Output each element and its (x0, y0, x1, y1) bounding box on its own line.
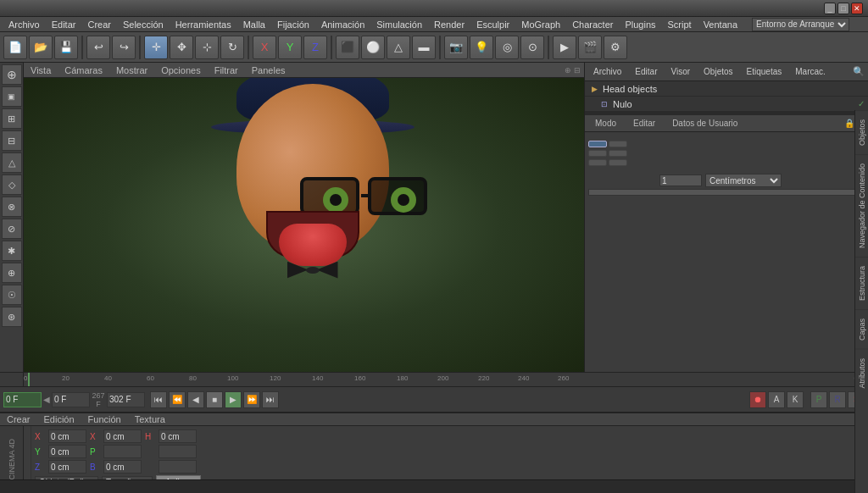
yaxis-btn[interactable]: Y (278, 36, 302, 59)
render-settings-btn[interactable]: ⚙ (604, 36, 627, 59)
lt-mode12[interactable]: ⊛ (2, 307, 22, 327)
menu-item-simulación[interactable]: Simulación (371, 19, 427, 30)
h-input[interactable] (159, 429, 197, 443)
light-btn[interactable]: 💡 (470, 36, 493, 59)
scale-btn[interactable]: ⊹ (195, 36, 219, 59)
3d-viewport[interactable] (24, 78, 584, 372)
y-input[interactable] (48, 445, 86, 458)
z-input[interactable] (48, 460, 86, 474)
deform-btn[interactable]: ⊙ (520, 36, 544, 59)
scale-input[interactable] (659, 174, 702, 186)
redo-btn[interactable]: ↪ (112, 36, 136, 59)
menu-item-script[interactable]: Script (663, 19, 697, 30)
lt-mode3[interactable]: ⊞ (2, 108, 22, 129)
rx-input[interactable] (103, 429, 142, 443)
menu-item-ventana[interactable]: Ventana (698, 19, 743, 30)
tp-next[interactable]: ⏩ (243, 391, 260, 408)
menu-item-archivo[interactable]: Archivo (3, 19, 45, 30)
vtab-opciones[interactable]: Opciones (158, 65, 203, 75)
vtab-capas[interactable]: Capas (855, 309, 868, 349)
vtab-filtrar[interactable]: Filtrar (211, 65, 242, 75)
time-field2[interactable] (52, 392, 90, 407)
xaxis-btn[interactable]: X (253, 36, 276, 59)
st-etiquetas[interactable]: Etiquetas (742, 66, 787, 77)
time-current-field[interactable] (3, 392, 42, 407)
tp-play-back[interactable]: ◀ (187, 391, 204, 408)
zaxis-btn[interactable]: Z (303, 36, 327, 59)
move-btn[interactable]: ✥ (170, 36, 193, 59)
realizar-btn[interactable] (588, 159, 607, 166)
mat-tab-crear[interactable]: Crear (3, 414, 34, 424)
menu-item-character[interactable]: Character (567, 19, 618, 30)
select-btn[interactable]: ✛ (144, 36, 168, 59)
cone-btn[interactable]: △ (387, 36, 410, 59)
minimize-button[interactable]: _ (824, 3, 836, 14)
vtab-vista[interactable]: Vista (27, 65, 54, 75)
tp-auto[interactable]: A (768, 391, 785, 408)
menu-item-esculpir[interactable]: Esculpir (471, 19, 515, 30)
scene-search[interactable]: 🔍 (853, 66, 865, 77)
timeline[interactable]: 0 20 40 60 80 100 120 140 160 180 200 22… (0, 372, 868, 387)
time-total-field[interactable] (107, 392, 145, 407)
vtab-atributos[interactable]: Atributos (855, 349, 868, 372)
vtab-nav-contenido[interactable]: Navegador de Contenido (855, 154, 868, 257)
open-btn[interactable]: 📂 (29, 36, 53, 59)
scale-project-btn[interactable] (588, 189, 865, 196)
sphere-btn[interactable]: ⚪ (361, 36, 385, 59)
entorno-select[interactable]: Entorno de Arranque (752, 18, 849, 31)
save-btn[interactable]: 💾 (54, 36, 78, 59)
lt-mode5[interactable]: △ (2, 152, 22, 173)
lt-mode8[interactable]: ⊘ (2, 219, 22, 239)
menu-item-fijación[interactable]: Fijación (272, 19, 314, 30)
tp-prev[interactable]: ⏪ (169, 391, 186, 408)
st-marcac[interactable]: Marcac. (790, 66, 831, 77)
close-button[interactable]: ✕ (851, 3, 863, 14)
empty-input1[interactable] (159, 445, 197, 458)
x-input[interactable] (48, 429, 86, 443)
mat-tab-funcion[interactable]: Función (85, 414, 125, 424)
attr-tab-editar[interactable]: Editar (626, 118, 662, 129)
undo-btn[interactable]: ↩ (86, 36, 110, 59)
scale-unit-select[interactable]: Centímetros (705, 174, 782, 187)
b-input[interactable] (103, 460, 142, 474)
tp-start[interactable]: ⏮ (150, 391, 167, 408)
lt-mode2[interactable]: ▣ (2, 86, 22, 107)
lt-mode4[interactable]: ⊟ (2, 130, 22, 151)
lt-mode11[interactable]: ☉ (2, 285, 22, 305)
attr-tab-datos[interactable]: Datos de Usuario (665, 118, 744, 129)
lt-mode6[interactable]: ◇ (2, 174, 22, 195)
maximize-button[interactable]: □ (837, 3, 849, 14)
plane-btn[interactable]: ▬ (412, 36, 436, 59)
vtab-mostrar[interactable]: Mostrar (113, 65, 151, 75)
tp-stop[interactable]: ■ (206, 391, 223, 408)
menu-item-plugins[interactable]: Plugins (620, 19, 660, 30)
vtab-paneles[interactable]: Paneles (248, 65, 289, 75)
tp-rot[interactable]: R (829, 391, 846, 408)
object-list-item[interactable]: ⊡Nulo✓ (585, 97, 868, 112)
tp-key[interactable]: K (787, 391, 804, 408)
menu-item-selección[interactable]: Selección (118, 19, 169, 30)
empty-input2[interactable] (159, 460, 197, 474)
lt-mode10[interactable]: ⊕ (2, 263, 22, 283)
tp-play[interactable]: ▶ (225, 391, 242, 408)
st-editar[interactable]: Editar (630, 66, 662, 77)
null-btn[interactable]: ◎ (495, 36, 519, 59)
info-btn[interactable] (609, 141, 627, 147)
tp-end[interactable]: ⏭ (262, 391, 279, 408)
attr-tab-modo[interactable]: Modo (588, 118, 623, 129)
vtab-estructura[interactable]: Estructura (855, 257, 868, 309)
vtab-objetos[interactable]: Objetos (855, 110, 868, 154)
mat-tab-textura[interactable]: Textura (131, 414, 169, 424)
lt-mode1[interactable]: ⊕ (2, 64, 22, 85)
vtab-camaras[interactable]: Cámaras (61, 65, 106, 75)
menu-item-herramientas[interactable]: Herramientas (170, 19, 236, 30)
render-btn[interactable]: 🎬 (578, 36, 602, 59)
menu-item-malla[interactable]: Malla (238, 19, 270, 30)
st-objetos[interactable]: Objetos (698, 66, 737, 77)
menu-item-mograph[interactable]: MoGraph (516, 19, 565, 30)
st-visor[interactable]: Visor (665, 66, 695, 77)
p-input[interactable] (103, 445, 142, 458)
mat-tab-edicion[interactable]: Edición (41, 414, 78, 424)
lt-mode9[interactable]: ✱ (2, 241, 22, 261)
tp-pos[interactable]: P (810, 391, 827, 408)
